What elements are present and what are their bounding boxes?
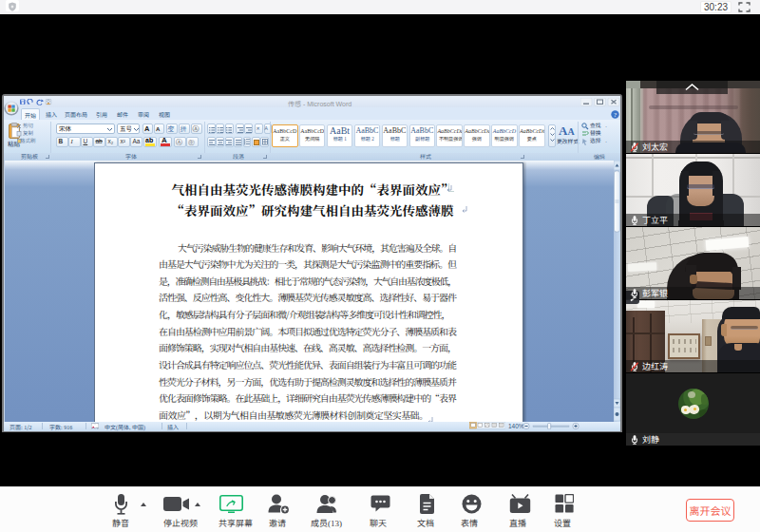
svg-text:?: ?: [614, 110, 617, 118]
